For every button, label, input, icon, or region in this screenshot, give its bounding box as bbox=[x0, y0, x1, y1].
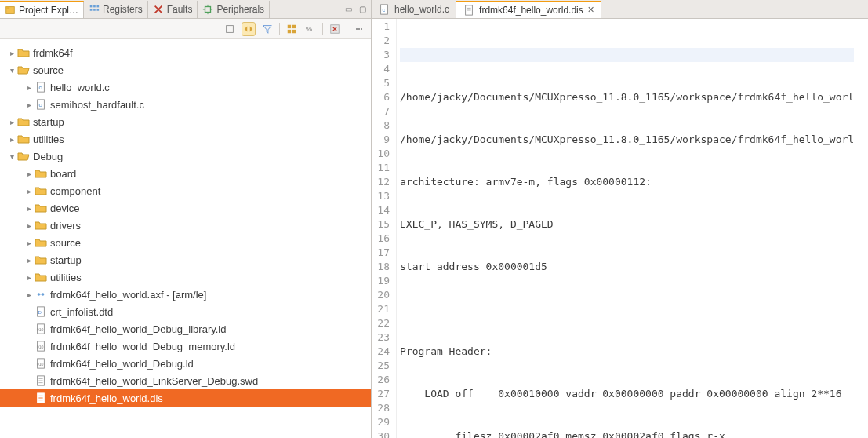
line-number: 9 bbox=[376, 133, 390, 147]
tree-item-board[interactable]: ▸board bbox=[0, 165, 371, 182]
expand-arrow-icon[interactable]: ▸ bbox=[24, 187, 35, 195]
tree-item-utilities-2[interactable]: ▸utilities bbox=[0, 268, 371, 286]
tree-item-component[interactable]: ▸component bbox=[0, 182, 371, 199]
svg-rect-1 bbox=[6, 6, 9, 9]
tree-item-device[interactable]: ▸device bbox=[0, 199, 371, 217]
tree-label: source bbox=[50, 237, 81, 249]
expand-arrow-icon[interactable]: ▸ bbox=[24, 204, 35, 213]
line-number: 6 bbox=[376, 90, 390, 104]
toolbar-percent-icon[interactable]: % bbox=[303, 22, 318, 36]
expand-arrow-icon[interactable]: ▸ bbox=[24, 290, 35, 299]
tree-label: component bbox=[50, 185, 100, 197]
tree-item-source[interactable]: ▾source bbox=[0, 61, 371, 78]
tree-label: utilities bbox=[33, 133, 64, 145]
tree-item-debug[interactable]: ▾Debug bbox=[0, 148, 371, 165]
tree-label: source bbox=[33, 64, 64, 76]
line-number: 5 bbox=[376, 76, 390, 90]
collapse-arrow-icon[interactable]: ▾ bbox=[6, 152, 17, 161]
tab-label: Registers bbox=[103, 4, 143, 15]
editor-tab-hello-world[interactable]: c hello_world.c bbox=[372, 1, 456, 18]
toolbar-focus-icon[interactable] bbox=[223, 22, 237, 36]
svg-rect-14 bbox=[288, 24, 291, 27]
expand-arrow-icon[interactable]: ▸ bbox=[6, 49, 17, 57]
svg-text:D: D bbox=[38, 309, 42, 315]
tree-item-crt[interactable]: Dcrt_infolist.dtd bbox=[0, 303, 371, 320]
code-line bbox=[400, 302, 854, 316]
tree-item-dis[interactable]: frdmk64f_hello_world.dis bbox=[0, 389, 371, 407]
line-number: 4 bbox=[376, 62, 390, 76]
svg-point-21 bbox=[358, 28, 360, 30]
left-views-tabstrip: Project Expl… Registers Faults Periphera… bbox=[0, 0, 371, 19]
expand-arrow-icon[interactable]: ▸ bbox=[24, 221, 35, 230]
close-tab-icon[interactable]: ✕ bbox=[587, 5, 594, 15]
tree-item-semihost[interactable]: ▸csemihost_hardfault.c bbox=[0, 96, 371, 113]
toolbar-filter-icon[interactable] bbox=[260, 22, 274, 36]
tab-project-explorer[interactable]: Project Expl… bbox=[0, 1, 84, 18]
line-number-gutter: 1 2 3 4 5 6 7 8 9 10 11 12 13 14 15 16 1… bbox=[372, 19, 397, 438]
toolbar-grid-icon[interactable] bbox=[285, 22, 299, 36]
expand-arrow-icon[interactable]: ▸ bbox=[24, 273, 35, 282]
tree-item-startup[interactable]: ▸startup bbox=[0, 113, 371, 130]
tree-item-mem-ld[interactable]: 010frdmk64f_hello_world_Debug_memory.ld bbox=[0, 338, 371, 355]
tree-label: hello_world.c bbox=[50, 82, 110, 93]
folder-icon bbox=[35, 271, 47, 283]
editor-tab-label: hello_world.c bbox=[394, 4, 449, 15]
tab-registers[interactable]: Registers bbox=[84, 1, 148, 18]
tree-label: frdmk64f_hello_world_Debug_memory.ld bbox=[50, 341, 235, 352]
svg-point-27 bbox=[38, 293, 41, 296]
editor-tab-dis[interactable]: frdmk64f_hello_world.dis ✕ bbox=[456, 1, 601, 18]
expand-arrow-icon[interactable]: ▸ bbox=[24, 239, 35, 247]
folder-icon bbox=[35, 254, 47, 266]
toolbar-cancel-icon[interactable] bbox=[328, 22, 342, 36]
project-tree[interactable]: ▸frdmk64f ▾source ▸chello_world.c ▸csemi… bbox=[0, 39, 371, 438]
tree-label: startup bbox=[50, 254, 82, 266]
collapse-arrow-icon[interactable]: ▾ bbox=[6, 66, 17, 75]
tree-item-startup-2[interactable]: ▸startup bbox=[0, 251, 371, 268]
line-number: 12 bbox=[376, 175, 390, 189]
toolbar-menu-icon[interactable] bbox=[352, 22, 366, 36]
tree-item-drivers[interactable]: ▸drivers bbox=[0, 217, 371, 234]
tree-item-frdmk64f[interactable]: ▸frdmk64f bbox=[0, 44, 371, 61]
line-number: 30 bbox=[376, 429, 390, 438]
code-line: Program Header: bbox=[400, 345, 854, 359]
tree-item-axf[interactable]: ▸frdmk64f_hello_world.axf - [arm/le] bbox=[0, 286, 371, 303]
tree-item-lib-ld[interactable]: 010frdmk64f_hello_world_Debug_library.ld bbox=[0, 320, 371, 338]
line-number: 19 bbox=[376, 274, 390, 288]
svg-rect-6 bbox=[93, 9, 96, 11]
folder-icon bbox=[17, 133, 30, 145]
tree-item-source-2[interactable]: ▸source bbox=[0, 234, 371, 251]
svg-point-28 bbox=[42, 293, 45, 296]
maximize-view-icon[interactable]: ▢ bbox=[357, 4, 368, 15]
expand-arrow-icon[interactable]: ▸ bbox=[24, 83, 35, 92]
tab-peripherals[interactable]: Peripherals bbox=[198, 1, 270, 18]
minimize-view-icon[interactable]: ▭ bbox=[343, 4, 354, 15]
expand-arrow-icon[interactable]: ▸ bbox=[24, 170, 35, 178]
svg-rect-16 bbox=[288, 29, 291, 32]
folder-open-icon bbox=[17, 64, 30, 76]
expand-arrow-icon[interactable]: ▸ bbox=[24, 256, 35, 265]
line-number: 14 bbox=[376, 203, 390, 217]
line-number: 27 bbox=[376, 387, 390, 401]
tree-item-debug-ld[interactable]: 010frdmk64f_hello_world_Debug.ld bbox=[0, 355, 371, 372]
line-number: 29 bbox=[376, 415, 390, 429]
expand-arrow-icon[interactable]: ▸ bbox=[6, 118, 17, 126]
line-number: 16 bbox=[376, 232, 390, 246]
code-content[interactable]: /home/jacky/Documents/MCUXpresso_11.8.0_… bbox=[397, 19, 854, 438]
svg-text:c: c bbox=[38, 102, 42, 108]
line-number: 2 bbox=[376, 34, 390, 48]
expand-arrow-icon[interactable]: ▸ bbox=[24, 100, 35, 109]
line-number: 10 bbox=[376, 147, 390, 161]
expand-arrow-icon[interactable]: ▸ bbox=[6, 135, 17, 144]
text-file-icon bbox=[35, 374, 47, 387]
tree-item-swd[interactable]: frdmk64f_hello_world_LinkServer_Debug.sw… bbox=[0, 372, 371, 389]
folder-icon bbox=[17, 46, 30, 59]
svg-point-20 bbox=[356, 28, 358, 30]
tree-item-hello-world-c[interactable]: ▸chello_world.c bbox=[0, 78, 371, 96]
toolbar-link-icon[interactable] bbox=[242, 22, 256, 36]
ld-file-icon: 010 bbox=[35, 323, 47, 335]
code-line: start address 0x000001d5 bbox=[400, 260, 854, 274]
tab-faults[interactable]: Faults bbox=[148, 1, 198, 18]
text-editor[interactable]: 1 2 3 4 5 6 7 8 9 10 11 12 13 14 15 16 1… bbox=[372, 19, 868, 438]
folder-icon bbox=[35, 219, 47, 232]
tree-item-utilities[interactable]: ▸utilities bbox=[0, 130, 371, 148]
